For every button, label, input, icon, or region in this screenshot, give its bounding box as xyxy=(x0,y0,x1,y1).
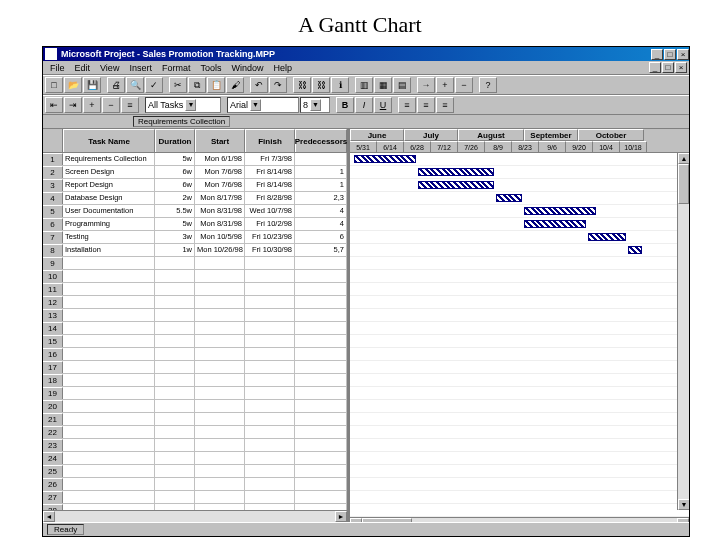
row-number[interactable]: 18 xyxy=(43,374,63,386)
cell-start[interactable] xyxy=(195,257,245,269)
doc-close-button[interactable]: × xyxy=(675,62,687,73)
cut-icon[interactable]: ✂ xyxy=(169,77,187,93)
gantt-row[interactable] xyxy=(350,465,689,478)
gantt-vscroll[interactable]: ▲ ▼ xyxy=(677,153,689,510)
cell-pred[interactable] xyxy=(295,348,347,360)
cell-finish[interactable] xyxy=(245,478,295,490)
gantt-row[interactable] xyxy=(350,387,689,400)
link-icon[interactable]: ⛓ xyxy=(293,77,311,93)
cell-pred[interactable]: 4 xyxy=(295,218,347,230)
cell-finish[interactable]: Wed 10/7/98 xyxy=(245,205,295,217)
cell-task[interactable] xyxy=(63,283,155,295)
col-task-name[interactable]: Task Name xyxy=(63,129,155,152)
cell-duration[interactable] xyxy=(155,270,195,282)
row-number[interactable]: 17 xyxy=(43,361,63,373)
table-row[interactable]: 13 xyxy=(43,309,347,322)
cell-task[interactable] xyxy=(63,335,155,347)
cell-start[interactable] xyxy=(195,478,245,490)
cell-start[interactable] xyxy=(195,296,245,308)
cell-task[interactable] xyxy=(63,491,155,503)
cell-task[interactable]: Database Design xyxy=(63,192,155,204)
cell-duration[interactable] xyxy=(155,491,195,503)
menu-window[interactable]: Window xyxy=(226,63,268,73)
gantt-row[interactable] xyxy=(350,400,689,413)
cell-finish[interactable] xyxy=(245,439,295,451)
cell-start[interactable] xyxy=(195,335,245,347)
menu-view[interactable]: View xyxy=(95,63,124,73)
cell-duration[interactable]: 1w xyxy=(155,244,195,256)
table-row[interactable]: 24 xyxy=(43,452,347,465)
gantt-bar[interactable] xyxy=(418,168,494,176)
cell-task[interactable]: Programming xyxy=(63,218,155,230)
cell-start[interactable]: Mon 7/6/98 xyxy=(195,179,245,191)
gantt-row[interactable] xyxy=(350,322,689,335)
cell-start[interactable]: Mon 8/17/98 xyxy=(195,192,245,204)
cell-start[interactable]: Mon 10/26/98 xyxy=(195,244,245,256)
copy-icon[interactable]: ⧉ xyxy=(188,77,206,93)
table-row[interactable]: 10 xyxy=(43,270,347,283)
cell-finish[interactable] xyxy=(245,400,295,412)
cell-start[interactable] xyxy=(195,387,245,399)
cell-duration[interactable]: 5w xyxy=(155,218,195,230)
entry-value[interactable]: Requirements Collection xyxy=(133,116,230,127)
gantt-bar[interactable] xyxy=(354,155,416,163)
menu-insert[interactable]: Insert xyxy=(124,63,157,73)
table-row[interactable]: 27 xyxy=(43,491,347,504)
show-all-icon[interactable]: ≡ xyxy=(121,97,139,113)
cell-pred[interactable] xyxy=(295,413,347,425)
cell-duration[interactable]: 3w xyxy=(155,231,195,243)
table-row[interactable]: 26 xyxy=(43,478,347,491)
cell-duration[interactable] xyxy=(155,387,195,399)
row-number[interactable]: 11 xyxy=(43,283,63,295)
zoom-out-icon[interactable]: − xyxy=(455,77,473,93)
row-number[interactable]: 2 xyxy=(43,166,63,178)
scroll-right-icon[interactable]: ► xyxy=(677,518,689,522)
cell-duration[interactable] xyxy=(155,283,195,295)
row-number[interactable]: 22 xyxy=(43,426,63,438)
table-row[interactable]: 11 xyxy=(43,283,347,296)
row-number[interactable]: 7 xyxy=(43,231,63,243)
gantt-bar[interactable] xyxy=(524,207,596,215)
menu-file[interactable]: File xyxy=(45,63,70,73)
cell-task[interactable] xyxy=(63,413,155,425)
cell-finish[interactable] xyxy=(245,387,295,399)
row-number[interactable]: 5 xyxy=(43,205,63,217)
underline-button[interactable]: U xyxy=(374,97,392,113)
cell-duration[interactable] xyxy=(155,374,195,386)
gantt-row[interactable] xyxy=(350,153,689,166)
table-row[interactable]: 17 xyxy=(43,361,347,374)
scroll-track[interactable] xyxy=(55,511,335,522)
cell-start[interactable] xyxy=(195,283,245,295)
cell-finish[interactable]: Fri 10/30/98 xyxy=(245,244,295,256)
table-row[interactable]: 25 xyxy=(43,465,347,478)
cell-task[interactable] xyxy=(63,257,155,269)
show-sub-icon[interactable]: + xyxy=(83,97,101,113)
table-row[interactable]: 12 xyxy=(43,296,347,309)
cell-duration[interactable] xyxy=(155,322,195,334)
size-combo[interactable]: 8▼ xyxy=(300,97,330,113)
scroll-track[interactable] xyxy=(678,204,689,499)
indent-icon[interactable]: ⇥ xyxy=(64,97,82,113)
table-row[interactable]: 9 xyxy=(43,257,347,270)
cell-task[interactable] xyxy=(63,452,155,464)
gantt-bar[interactable] xyxy=(588,233,626,241)
cell-pred[interactable] xyxy=(295,322,347,334)
col-predecessors[interactable]: Predecessors xyxy=(295,129,347,152)
cell-duration[interactable] xyxy=(155,478,195,490)
cell-start[interactable] xyxy=(195,322,245,334)
cell-duration[interactable] xyxy=(155,296,195,308)
cell-finish[interactable]: Fri 8/14/98 xyxy=(245,166,295,178)
cell-task[interactable] xyxy=(63,270,155,282)
col-duration[interactable]: Duration xyxy=(155,129,195,152)
cell-start[interactable] xyxy=(195,413,245,425)
cell-finish[interactable]: Fri 10/23/98 xyxy=(245,231,295,243)
row-number[interactable]: 16 xyxy=(43,348,63,360)
cell-duration[interactable] xyxy=(155,465,195,477)
cell-start[interactable] xyxy=(195,452,245,464)
cell-start[interactable] xyxy=(195,374,245,386)
cell-duration[interactable]: 6w xyxy=(155,166,195,178)
cell-finish[interactable] xyxy=(245,361,295,373)
cell-pred[interactable] xyxy=(295,153,347,165)
cell-start[interactable] xyxy=(195,309,245,321)
cell-finish[interactable] xyxy=(245,374,295,386)
